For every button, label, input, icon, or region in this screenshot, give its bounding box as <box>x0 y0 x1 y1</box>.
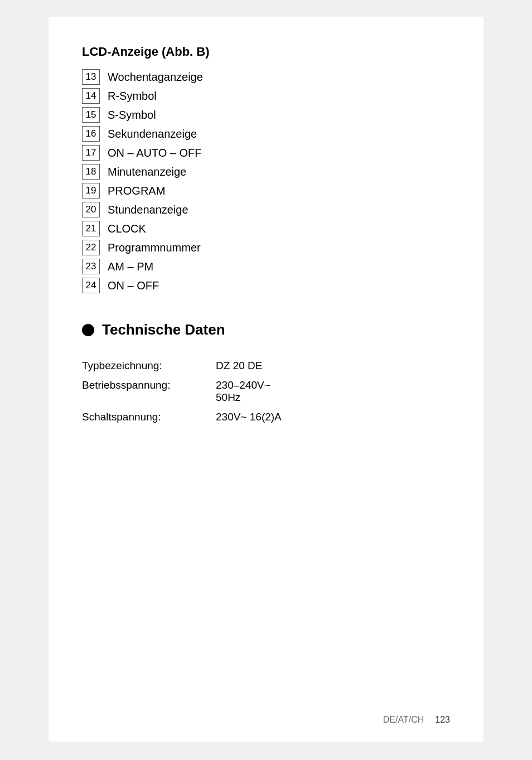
item-number: 21 <box>82 221 100 236</box>
tech-row: Betriebsspannung:230–240V~50Hz <box>82 374 450 405</box>
page: LCD-Anzeige (Abb. B) 13Wochentaganzeige1… <box>49 17 483 742</box>
list-item: 21CLOCK <box>82 221 450 236</box>
item-number: 20 <box>82 202 100 217</box>
list-item: 22Programmnummer <box>82 240 450 255</box>
footer: DE/AT/CH 123 <box>383 715 450 725</box>
item-label: PROGRAM <box>108 185 165 197</box>
item-number: 15 <box>82 107 100 123</box>
list-item: 17ON – AUTO – OFF <box>82 145 450 161</box>
list-item: 23AM – PM <box>82 259 450 274</box>
list-item: 14R-Symbol <box>82 88 450 104</box>
tech-value: DZ 20 DE <box>210 358 450 374</box>
item-label: R-Symbol <box>108 90 157 103</box>
item-number: 24 <box>82 278 100 293</box>
item-number: 17 <box>82 145 100 161</box>
list-item: 20Stundenanzeige <box>82 202 450 217</box>
item-label: ON – AUTO – OFF <box>108 147 202 159</box>
tech-section: Technische Daten Typbezeichnung:DZ 20 DE… <box>82 321 450 425</box>
tech-row: Typbezeichnung:DZ 20 DE <box>82 358 450 374</box>
list-item: 19PROGRAM <box>82 183 450 199</box>
item-label: S-Symbol <box>108 109 156 122</box>
item-label: Stundenanzeige <box>108 204 188 216</box>
footer-page: 123 <box>435 715 450 725</box>
item-label: Minutenanzeige <box>108 166 186 178</box>
item-label: Programmnummer <box>108 241 201 254</box>
lcd-list: 13Wochentaganzeige14R-Symbol15S-Symbol16… <box>82 69 450 293</box>
list-item: 16Sekundenanzeige <box>82 126 450 142</box>
list-item: 13Wochentaganzeige <box>82 69 450 85</box>
tech-table: Typbezeichnung:DZ 20 DEBetriebsspannung:… <box>82 358 450 425</box>
tech-heading-text: Technische Daten <box>102 321 225 338</box>
list-item: 15S-Symbol <box>82 107 450 123</box>
item-number: 18 <box>82 164 100 180</box>
item-label: Sekundenanzeige <box>108 128 197 141</box>
lcd-section: LCD-Anzeige (Abb. B) 13Wochentaganzeige1… <box>82 45 450 293</box>
list-item: 24ON – OFF <box>82 278 450 293</box>
item-label: AM – PM <box>108 260 153 273</box>
item-number: 14 <box>82 88 100 104</box>
lcd-section-title: LCD-Anzeige (Abb. B) <box>82 45 450 59</box>
tech-label: Schaltspannung: <box>82 405 210 425</box>
footer-region: DE/AT/CH <box>383 715 424 725</box>
item-number: 22 <box>82 240 100 255</box>
bullet-icon <box>82 324 94 336</box>
tech-heading: Technische Daten <box>82 321 450 338</box>
item-label: CLOCK <box>108 222 146 235</box>
tech-label: Typbezeichnung: <box>82 358 210 374</box>
item-number: 16 <box>82 126 100 142</box>
item-number: 13 <box>82 69 100 85</box>
item-label: ON – OFF <box>108 279 159 292</box>
tech-row: Schaltspannung:230V~ 16(2)A <box>82 405 450 425</box>
tech-label: Betriebsspannung: <box>82 374 210 405</box>
list-item: 18Minutenanzeige <box>82 164 450 180</box>
item-label: Wochentaganzeige <box>108 71 203 84</box>
item-number: 23 <box>82 259 100 274</box>
item-number: 19 <box>82 183 100 199</box>
tech-value: 230–240V~50Hz <box>210 374 450 405</box>
tech-value: 230V~ 16(2)A <box>210 405 450 425</box>
